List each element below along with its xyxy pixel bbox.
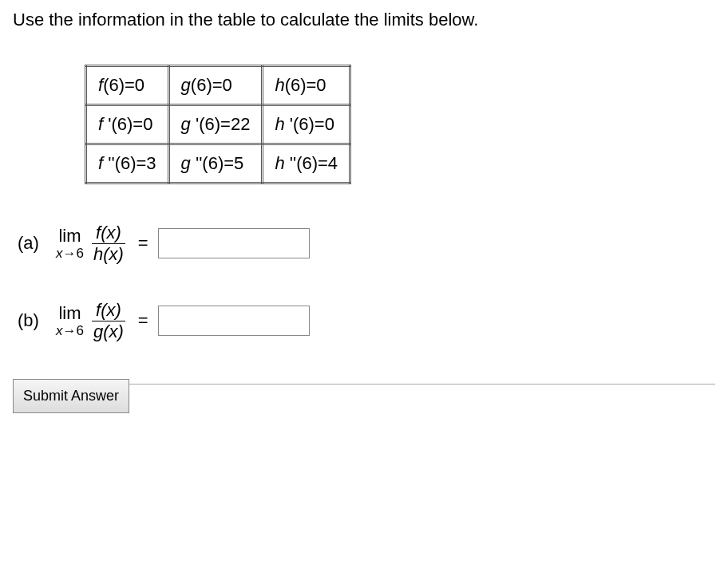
table-cell: h '(6)=0	[263, 105, 350, 144]
limit-word: lim	[58, 227, 81, 245]
fn-val: '(6)=22	[196, 114, 250, 134]
table-cell: g '(6)=22	[168, 105, 263, 144]
fn-val: '(6)=0	[290, 114, 334, 134]
submit-answer-button[interactable]: Submit Answer	[13, 379, 129, 413]
arrow-icon: →	[63, 323, 77, 338]
limit-expr: lim x→6	[56, 305, 84, 337]
limit-var: x	[56, 246, 63, 261]
limit-val: 6	[77, 323, 84, 338]
question-label: (a)	[18, 233, 56, 254]
feedback-area	[129, 384, 715, 413]
equals-sign: =	[138, 233, 148, 254]
table-cell: f '(6)=0	[86, 105, 169, 144]
fraction: f(x) g(x)	[92, 302, 125, 341]
limit-sub: x→6	[56, 324, 84, 337]
fn-val: (6)=0	[285, 75, 326, 95]
limit-val: 6	[77, 246, 84, 261]
table-row: f '(6)=0 g '(6)=22 h '(6)=0	[86, 105, 350, 144]
fn-val: ''(6)=3	[108, 153, 156, 173]
limit-expr: lim x→6	[56, 227, 84, 260]
table-cell: f(6)=0	[86, 65, 169, 105]
fn-name: h	[275, 75, 284, 95]
fn-name: h	[275, 114, 289, 134]
question-b-row: (b) lim x→6 f(x) g(x) =	[18, 302, 715, 341]
data-table: f(6)=0 g(6)=0 h(6)=0 f '(6)=0 g '(6)=22 …	[85, 65, 351, 184]
fn-name: g	[181, 75, 191, 95]
limit-sub: x→6	[56, 247, 84, 260]
fn-name: h	[275, 153, 289, 173]
fn-val: (6)=0	[103, 75, 144, 95]
fn-val: (6)=0	[191, 75, 232, 95]
fn-name: g	[181, 114, 196, 134]
fn-name: g	[181, 153, 196, 173]
fraction-denominator: h(x)	[92, 243, 125, 263]
table-cell: g ''(6)=5	[168, 144, 263, 183]
fraction-numerator: f(x)	[94, 302, 123, 321]
fraction-numerator: f(x)	[94, 224, 123, 243]
arrow-icon: →	[63, 246, 77, 261]
question-a-row: (a) lim x→6 f(x) h(x) =	[18, 224, 715, 263]
fn-name: f	[98, 153, 108, 173]
answer-input-b[interactable]	[158, 306, 310, 336]
limit-var: x	[56, 323, 63, 338]
fraction-denominator: g(x)	[92, 321, 125, 341]
data-table-wrap: f(6)=0 g(6)=0 h(6)=0 f '(6)=0 g '(6)=22 …	[85, 65, 715, 184]
fn-name: f	[98, 114, 108, 134]
table-cell: g(6)=0	[168, 65, 263, 105]
equals-sign: =	[138, 310, 148, 331]
table-row: f ''(6)=3 g ''(6)=5 h ''(6)=4	[86, 144, 350, 183]
table-cell: h(6)=0	[263, 65, 350, 105]
question-label: (b)	[18, 310, 56, 331]
table-cell: f ''(6)=3	[86, 144, 169, 183]
submit-row: Submit Answer	[13, 379, 715, 413]
limit-word: lim	[58, 305, 81, 322]
fn-val: '(6)=0	[108, 114, 152, 134]
question-prompt: Use the information in the table to calc…	[13, 8, 715, 33]
fn-val: ''(6)=5	[196, 153, 243, 173]
fn-val: ''(6)=4	[290, 153, 338, 173]
table-row: f(6)=0 g(6)=0 h(6)=0	[86, 65, 350, 105]
table-cell: h ''(6)=4	[263, 144, 350, 183]
answer-input-a[interactable]	[158, 228, 310, 258]
fraction: f(x) h(x)	[92, 224, 125, 263]
